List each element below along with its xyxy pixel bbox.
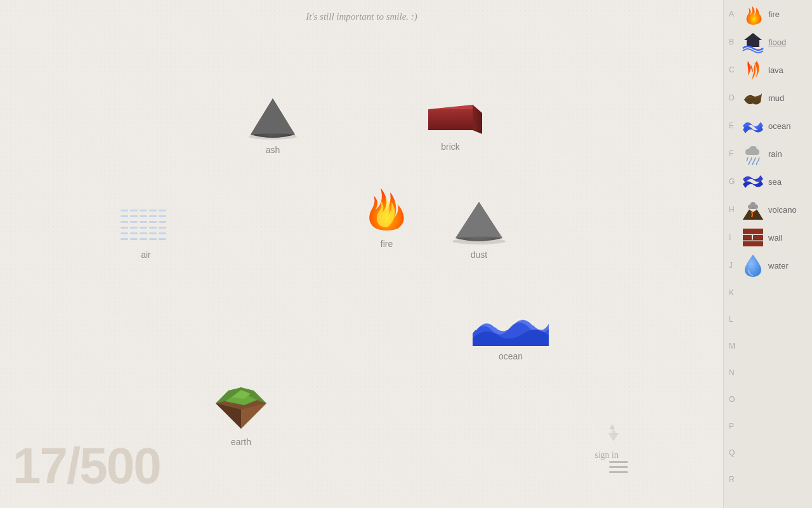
svg-rect-9 — [130, 215, 138, 217]
svg-line-40 — [756, 161, 757, 165]
svg-rect-28 — [121, 238, 128, 240]
svg-rect-24 — [130, 232, 138, 234]
sidebar-lava-icon — [742, 58, 764, 81]
score-display: 17/500 — [13, 437, 160, 495]
sidebar: A fire B — [723, 0, 812, 508]
sidebar-rain-icon — [742, 142, 764, 165]
svg-line-37 — [758, 157, 759, 161]
earth-icon — [209, 375, 273, 432]
svg-rect-13 — [121, 221, 128, 223]
sidebar-mud-icon — [742, 86, 764, 109]
element-brick[interactable]: brick — [419, 102, 482, 152]
svg-rect-23 — [121, 232, 128, 234]
sidebar-item-sea[interactable]: G sea — [724, 168, 812, 196]
ash-label: ash — [266, 145, 280, 155]
element-air[interactable]: air — [117, 206, 174, 260]
svg-line-39 — [752, 161, 754, 165]
brick-label: brick — [441, 142, 460, 152]
svg-rect-19 — [130, 227, 138, 229]
svg-rect-43 — [743, 235, 752, 240]
element-earth[interactable]: earth — [209, 375, 273, 447]
svg-rect-30 — [140, 238, 147, 240]
svg-rect-12 — [159, 215, 166, 217]
sidebar-rain-label: rain — [768, 149, 782, 159]
sign-in-button[interactable]: sign in — [594, 450, 619, 460]
svg-line-35 — [750, 157, 752, 161]
svg-rect-2 — [428, 130, 473, 130]
sidebar-sea-label: sea — [768, 177, 782, 187]
sidebar-item-lava[interactable]: C lava — [724, 56, 812, 84]
sidebar-wall-icon — [742, 226, 764, 249]
sidebar-item-fire[interactable]: A fire — [724, 0, 812, 28]
fire-icon — [363, 177, 410, 234]
sidebar-item-flood[interactable]: B flood — [724, 28, 812, 56]
sidebar-volcano-label: volcano — [768, 205, 797, 215]
svg-rect-17 — [159, 221, 166, 223]
svg-rect-26 — [149, 232, 157, 234]
ash-icon — [247, 95, 298, 140]
sidebar-wall-label: wall — [768, 233, 782, 243]
dust-label: dust — [471, 250, 487, 260]
svg-rect-7 — [159, 210, 166, 211]
sidebar-flood-label: flood — [768, 37, 786, 47]
sidebar-item-q: Q — [724, 439, 812, 466]
svg-rect-4 — [130, 210, 138, 211]
brick-icon — [419, 102, 482, 137]
sidebar-water-label: water — [768, 261, 789, 271]
recycle-icon[interactable] — [599, 422, 625, 448]
sidebar-item-n: N — [724, 359, 812, 386]
sidebar-item-volcano[interactable]: H volcano — [724, 196, 812, 224]
svg-rect-25 — [140, 232, 147, 234]
element-dust[interactable]: dust — [450, 197, 508, 260]
sidebar-water-icon — [742, 254, 764, 277]
svg-rect-16 — [149, 221, 157, 223]
svg-rect-41 — [743, 229, 763, 234]
menu-button[interactable] — [609, 461, 628, 473]
sidebar-item-m: M — [724, 333, 812, 359]
earth-label: earth — [231, 437, 251, 447]
sidebar-item-p: P — [724, 413, 812, 439]
svg-line-38 — [749, 161, 750, 165]
sidebar-item-wall[interactable]: I wall — [724, 224, 812, 251]
svg-rect-46 — [743, 241, 763, 246]
sidebar-ocean-label: ocean — [768, 121, 790, 131]
svg-rect-29 — [130, 238, 138, 240]
sidebar-item-ocean[interactable]: E ocean — [724, 112, 812, 140]
sidebar-item-water[interactable]: J water — [724, 251, 812, 279]
element-fire[interactable]: fire — [363, 177, 410, 249]
sidebar-fire-icon — [742, 3, 764, 25]
element-ash[interactable]: ash — [247, 95, 298, 155]
sidebar-item-r: R — [724, 466, 812, 493]
sidebar-mud-label: mud — [768, 93, 784, 103]
sidebar-item-o: O — [724, 386, 812, 413]
svg-line-34 — [747, 157, 748, 161]
svg-rect-5 — [140, 210, 147, 211]
sidebar-sea-icon — [742, 170, 764, 193]
svg-rect-8 — [121, 215, 128, 217]
svg-rect-32 — [159, 238, 166, 240]
svg-rect-27 — [159, 232, 166, 234]
svg-rect-10 — [140, 215, 147, 217]
sidebar-volcano-icon — [742, 198, 764, 221]
sidebar-item-rain[interactable]: F rain — [724, 140, 812, 168]
svg-rect-21 — [149, 227, 157, 229]
svg-rect-11 — [149, 215, 157, 217]
svg-rect-15 — [140, 221, 147, 223]
sidebar-ocean-icon — [742, 114, 764, 137]
svg-rect-3 — [121, 210, 128, 211]
sidebar-item-mud[interactable]: D mud — [724, 84, 812, 112]
svg-rect-6 — [149, 210, 157, 211]
sidebar-flood-icon — [742, 30, 764, 53]
sidebar-lava-label: lava — [768, 65, 783, 75]
svg-rect-1 — [428, 109, 473, 130]
svg-rect-14 — [130, 221, 138, 223]
svg-rect-20 — [140, 227, 147, 229]
element-ocean[interactable]: ocean — [473, 311, 549, 361]
sidebar-item-l: L — [724, 306, 812, 333]
svg-rect-18 — [121, 227, 128, 229]
dust-icon — [450, 197, 508, 244]
top-message: It's still important to smile. :) — [0, 11, 723, 22]
svg-rect-31 — [149, 238, 157, 240]
fire-main-label: fire — [381, 239, 393, 249]
svg-rect-22 — [159, 227, 166, 229]
